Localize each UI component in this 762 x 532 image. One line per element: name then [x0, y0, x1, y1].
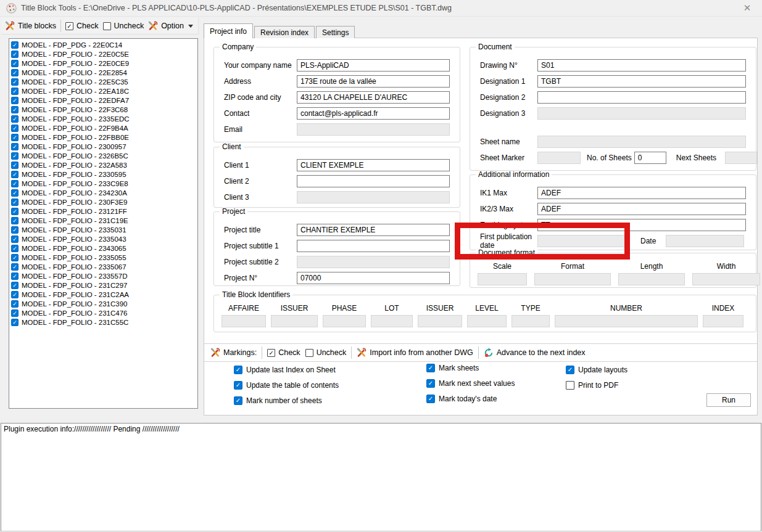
list-item[interactable]: ✓MODEL - FDP_FOLIO - 233557D: [9, 271, 197, 280]
list-item[interactable]: ✓MODEL - FDP_FOLIO - 2343065: [9, 243, 197, 253]
item-checkbox-icon[interactable]: ✓: [11, 134, 19, 141]
item-checkbox-icon[interactable]: ✓: [11, 291, 19, 298]
ik1-max-field[interactable]: [537, 187, 746, 199]
list-item[interactable]: ✓MODEL - FDP_FOLIO - 23121FF: [9, 207, 197, 216]
item-checkbox-icon[interactable]: ✓: [11, 69, 19, 76]
list-item[interactable]: ✓MODEL - FDP_FOLIO - 2335031: [9, 225, 197, 234]
zip-code-and-city-field[interactable]: [297, 91, 450, 104]
contact-field[interactable]: [297, 107, 450, 120]
item-checkbox-icon[interactable]: ✓: [11, 180, 19, 187]
list-item[interactable]: ✓MODEL - FDP_FOLIO - 233C9E8: [9, 179, 197, 188]
item-checkbox-icon[interactable]: ✓: [11, 226, 19, 234]
list-item[interactable]: ✓MODEL - FDP_FOLIO - 2335067: [9, 262, 197, 271]
list-item[interactable]: ✓MODEL - FDP_FOLIO - 2330595: [9, 170, 197, 179]
project-title-field[interactable]: [297, 224, 450, 236]
markings-uncheck-button[interactable]: ✓ Uncheck: [305, 348, 347, 357]
list-item[interactable]: ✓MODEL - FDP_FOLIO - 22F9B4A: [9, 123, 197, 133]
item-checkbox-icon[interactable]: ✓: [11, 198, 19, 206]
list-item[interactable]: ✓MODEL - FDP_FOLIO - 22E0CE9: [9, 59, 197, 68]
address-field[interactable]: [297, 75, 450, 88]
model-list[interactable]: ✓MODEL - FDP_PDG - 22E0C14✓MODEL - FDP_F…: [9, 38, 198, 409]
list-item[interactable]: ✓MODEL - FDP_FOLIO - 231C476: [9, 308, 197, 317]
list-item[interactable]: ✓MODEL - FDP_FOLIO - 231C2AA: [9, 290, 197, 299]
client-1-field[interactable]: [297, 159, 450, 171]
close-icon[interactable]: ✕: [739, 2, 756, 14]
mark-next-sheet-values-checkbox[interactable]: ✓Mark next sheet values: [426, 379, 515, 388]
update-layouts-checkbox[interactable]: ✓Update layouts: [566, 365, 627, 375]
markings-button[interactable]: Markings:: [210, 348, 257, 358]
list-item[interactable]: ✓MODEL - FDP_FOLIO - 2326B5C: [9, 151, 197, 160]
item-checkbox-icon[interactable]: ✓: [11, 88, 19, 95]
client-2-field[interactable]: [297, 175, 450, 187]
title-blocks-button[interactable]: Title blocks: [5, 21, 56, 31]
list-item[interactable]: ✓MODEL - FDP_FOLIO - 22E2854: [9, 68, 197, 77]
update-last-index-on-sheet-checkbox[interactable]: ✓Update last Index on Sheet: [234, 365, 339, 375]
item-checkbox-icon[interactable]: ✓: [11, 41, 19, 49]
list-item[interactable]: ✓MODEL - FDP_FOLIO - 22F3C68: [9, 105, 197, 114]
list-item[interactable]: ✓MODEL - FDP_FOLIO - 231C19E: [9, 216, 197, 225]
list-item[interactable]: ✓MODEL - FDP_FOLIO - 22FBB0E: [9, 133, 197, 142]
item-checkbox-icon[interactable]: ✓: [11, 60, 19, 67]
tab-settings[interactable]: Settings: [316, 26, 355, 38]
ik2-3-max-field[interactable]: [537, 203, 746, 215]
item-checkbox-icon[interactable]: ✓: [11, 143, 19, 150]
item-checkbox-icon[interactable]: ✓: [11, 125, 19, 132]
item-checkbox-icon[interactable]: ✓: [11, 300, 19, 308]
no-of-sheets-field[interactable]: [634, 152, 666, 164]
item-checkbox-icon[interactable]: ✓: [11, 282, 19, 289]
markings-check-button[interactable]: ✓ Check: [267, 348, 300, 357]
list-item[interactable]: ✓MODEL - FDP_FOLIO - 22E5C35: [9, 77, 197, 86]
mark-number-of-sheets-checkbox[interactable]: ✓Mark number of sheets: [234, 396, 339, 406]
designation-2-field[interactable]: [537, 91, 746, 104]
item-checkbox-icon[interactable]: ✓: [11, 235, 19, 243]
check-all-button[interactable]: ✓ Check: [65, 22, 98, 30]
list-item[interactable]: ✓MODEL - FDP_FOLIO - 22EA18C: [9, 86, 197, 96]
item-checkbox-icon[interactable]: ✓: [11, 97, 19, 104]
item-checkbox-icon[interactable]: ✓: [11, 106, 19, 113]
item-checkbox-icon[interactable]: ✓: [11, 189, 19, 197]
option-dropdown-button[interactable]: Option: [148, 21, 193, 31]
project-n-field[interactable]: [297, 272, 450, 284]
run-button[interactable]: Run: [706, 393, 751, 407]
item-checkbox-icon[interactable]: ✓: [11, 217, 19, 224]
item-checkbox-icon[interactable]: ✓: [11, 263, 19, 271]
uncheck-all-button[interactable]: ✓ Uncheck: [103, 22, 144, 30]
item-checkbox-icon[interactable]: ✓: [11, 309, 19, 317]
item-checkbox-icon[interactable]: ✓: [11, 162, 19, 169]
update-the-table-of-contents-checkbox[interactable]: ✓Update the table of contents: [234, 380, 339, 390]
list-item[interactable]: ✓MODEL - FDP_PDG - 22E0C14: [9, 40, 197, 49]
item-checkbox-icon[interactable]: ✓: [11, 254, 19, 261]
item-checkbox-icon[interactable]: ✓: [11, 51, 19, 58]
item-checkbox-icon[interactable]: ✓: [11, 78, 19, 86]
list-item[interactable]: ✓MODEL - FDP_FOLIO - 231C55C: [9, 317, 197, 327]
item-checkbox-icon[interactable]: ✓: [11, 208, 19, 215]
list-item[interactable]: ✓MODEL - FDP_FOLIO - 231C390: [9, 299, 197, 308]
advance-next-index-button[interactable]: Advance to the next index: [484, 348, 586, 358]
tab-revision-index[interactable]: Revision index: [254, 26, 315, 38]
list-item[interactable]: ✓MODEL - FDP_FOLIO - 234230A: [9, 188, 197, 197]
list-item[interactable]: ✓MODEL - FDP_FOLIO - 2335EDC: [9, 114, 197, 123]
list-item[interactable]: ✓MODEL - FDP_FOLIO - 22E0C5E: [9, 49, 197, 59]
item-checkbox-icon[interactable]: ✓: [11, 319, 19, 326]
print-to-pdf-checkbox[interactable]: ✓Print to PDF: [566, 380, 627, 390]
item-checkbox-icon[interactable]: ✓: [11, 152, 19, 160]
list-item[interactable]: ✓MODEL - FDP_FOLIO - 2335055: [9, 253, 197, 262]
list-item[interactable]: ✓MODEL - FDP_FOLIO - 22EDFA7: [9, 96, 197, 105]
tab-project-info[interactable]: Project info: [204, 23, 253, 38]
mark-today-s-date-checkbox[interactable]: ✓Mark today's date: [426, 394, 515, 404]
item-checkbox-icon[interactable]: ✓: [11, 272, 19, 280]
import-info-button[interactable]: Import info from another DWG: [357, 348, 473, 358]
list-item[interactable]: ✓MODEL - FDP_FOLIO - 232A583: [9, 160, 197, 170]
item-checkbox-icon[interactable]: ✓: [11, 115, 19, 123]
your-company-name-field[interactable]: [297, 59, 450, 72]
drawing-n-field[interactable]: [537, 59, 746, 72]
item-checkbox-icon[interactable]: ✓: [11, 171, 19, 178]
list-item[interactable]: ✓MODEL - FDP_FOLIO - 230F3E9: [9, 197, 197, 207]
project-subtitle-1-field[interactable]: [297, 240, 450, 252]
list-item[interactable]: ✓MODEL - FDP_FOLIO - 2300957: [9, 142, 197, 151]
mark-sheets-checkbox[interactable]: ✓Mark sheets: [426, 363, 515, 373]
designation-1-field[interactable]: [537, 75, 746, 88]
list-item[interactable]: ✓MODEL - FDP_FOLIO - 2335043: [9, 234, 197, 243]
list-item[interactable]: ✓MODEL - FDP_FOLIO - 231C297: [9, 280, 197, 290]
item-checkbox-icon[interactable]: ✓: [11, 245, 19, 252]
